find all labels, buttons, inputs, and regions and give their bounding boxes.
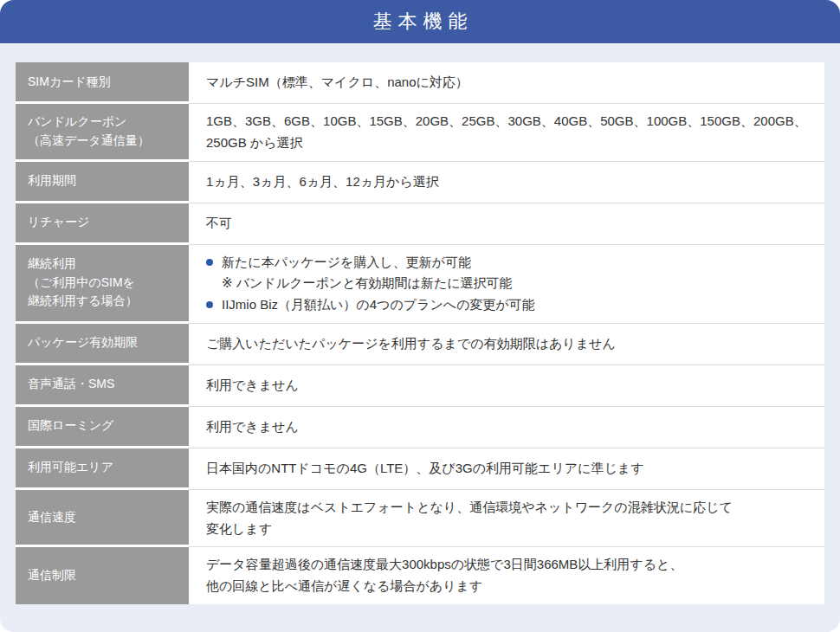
value-line: 1ヵ月、3ヵ月、6ヵ月、12ヵ月から選択 [206, 171, 811, 193]
value-line: マルチSIM（標準、マイクロ、nanoに対応） [206, 72, 811, 94]
table-row: 音声通話・SMS利用できません [16, 365, 824, 407]
table-row: 継続利用（ご利用中のSIMを継続利用する場合）新たに本パッケージを購入し、更新が… [16, 245, 824, 324]
label-line: SIMカード種別 [28, 73, 182, 92]
row-value: 不可 [189, 203, 824, 245]
label-line: 音声通話・SMS [28, 375, 182, 394]
label-line: 通信速度 [28, 508, 182, 527]
row-value: データ容量超過後の通信速度最大300kbpsの状態で3日間366MB以上利用する… [189, 547, 824, 604]
value-line: ご購入いただいたパッケージを利用するまでの有効期限はありません [206, 333, 811, 355]
row-value: 利用できません [189, 365, 824, 407]
label-line: 利用期間 [28, 171, 182, 190]
bullet-text: 新たに本パッケージを購入し、更新が可能 [222, 252, 471, 274]
table-row: リチャージ不可 [16, 203, 824, 245]
row-value: 実際の通信速度はベストエフォートとなり、通信環境やネットワークの混雑状況に応じて… [189, 490, 824, 548]
row-label: 利用期間 [16, 162, 189, 203]
bullet-item: IIJmio Biz（月額払い）の4つのプランへの変更が可能 [206, 294, 811, 316]
label-line: 継続利用 [28, 255, 182, 274]
table-row: 通信制限データ容量超過後の通信速度最大300kbpsの状態で3日間366MB以上… [16, 547, 824, 604]
bullet-note: ※ バンドルクーポンと有効期間は新たに選択可能 [206, 273, 811, 294]
row-label: 音声通話・SMS [16, 365, 189, 407]
label-line: 国際ローミング [28, 416, 182, 435]
label-line: 利用可能エリア [28, 458, 182, 477]
row-value: マルチSIM（標準、マイクロ、nanoに対応） [189, 62, 824, 104]
row-label: 通信制限 [16, 547, 189, 604]
label-line: バンドルクーポン [28, 113, 182, 132]
value-line: 利用できません [206, 416, 811, 438]
value-line: 不可 [206, 213, 811, 235]
row-label: SIMカード種別 [16, 62, 189, 104]
row-label: バンドルクーポン（高速データ通信量） [16, 104, 189, 162]
row-value: ご購入いただいたパッケージを利用するまでの有効期限はありません [189, 324, 824, 365]
row-value: 新たに本パッケージを購入し、更新が可能※ バンドルクーポンと有効期間は新たに選択… [189, 245, 824, 324]
bullet-dot-icon [206, 301, 213, 308]
value-line: 実際の通信速度はベストエフォートとなり、通信環境やネットワークの混雑状況に応じて [206, 497, 811, 519]
row-value: 1ヵ月、3ヵ月、6ヵ月、12ヵ月から選択 [189, 162, 824, 203]
bullet-text: IIJmio Biz（月額払い）の4つのプランへの変更が可能 [222, 294, 535, 316]
table-row: SIMカード種別マルチSIM（標準、マイクロ、nanoに対応） [16, 62, 824, 104]
value-line: 1GB、3GB、6GB、10GB、15GB、20GB、25GB、30GB、40G… [206, 111, 811, 132]
value-line: 変化します [206, 519, 811, 540]
value-line: 他の回線と比べ通信が遅くなる場合があります [206, 576, 811, 597]
value-line: 利用できません [206, 375, 811, 397]
row-label: パッケージ有効期限 [16, 324, 189, 365]
bullet-list: 新たに本パッケージを購入し、更新が可能※ バンドルクーポンと有効期間は新たに選択… [206, 252, 811, 316]
table-row: 通信速度実際の通信速度はベストエフォートとなり、通信環境やネットワークの混雑状況… [16, 490, 824, 548]
page-title: 基本機能 [372, 9, 473, 35]
label-line: 継続利用する場合） [28, 292, 182, 311]
table-row: 利用可能エリア日本国内のNTTドコモの4G（LTE）、及び3Gの利用可能エリアに… [16, 448, 824, 490]
value-line: 日本国内のNTTドコモの4G（LTE）、及び3Gの利用可能エリアに準じます [206, 458, 811, 480]
table-row: バンドルクーポン（高速データ通信量）1GB、3GB、6GB、10GB、15GB、… [16, 104, 824, 162]
row-label: 継続利用（ご利用中のSIMを継続利用する場合） [16, 245, 189, 324]
row-value: 日本国内のNTTドコモの4G（LTE）、及び3Gの利用可能エリアに準じます [189, 448, 824, 490]
bullet-item: 新たに本パッケージを購入し、更新が可能 [206, 252, 811, 274]
label-line: パッケージ有効期限 [28, 333, 182, 352]
row-label: リチャージ [16, 203, 189, 245]
label-line: （ご利用中のSIMを [28, 274, 182, 293]
row-value: 利用できません [189, 407, 824, 448]
row-label: 国際ローミング [16, 407, 189, 448]
row-label: 利用可能エリア [16, 448, 189, 490]
section-header: 基本機能 [0, 0, 840, 43]
value-line: データ容量超過後の通信速度最大300kbpsの状態で3日間366MB以上利用する… [206, 554, 811, 576]
feature-panel: 基本機能 SIMカード種別マルチSIM（標準、マイクロ、nanoに対応）バンドル… [0, 0, 840, 632]
label-line: （高速データ通信量） [28, 132, 182, 151]
row-label: 通信速度 [16, 490, 189, 548]
label-line: リチャージ [28, 213, 182, 232]
label-line: 通信制限 [28, 566, 182, 585]
table-row: 利用期間1ヵ月、3ヵ月、6ヵ月、12ヵ月から選択 [16, 162, 824, 203]
table-row: 国際ローミング利用できません [16, 407, 824, 448]
spec-table: SIMカード種別マルチSIM（標準、マイクロ、nanoに対応）バンドルクーポン（… [16, 62, 824, 604]
table-row: パッケージ有効期限ご購入いただいたパッケージを利用するまでの有効期限はありません [16, 324, 824, 365]
row-value: 1GB、3GB、6GB、10GB、15GB、20GB、25GB、30GB、40G… [189, 104, 824, 162]
value-line: 250GB から選択 [206, 132, 811, 154]
bullet-dot-icon [206, 259, 213, 266]
